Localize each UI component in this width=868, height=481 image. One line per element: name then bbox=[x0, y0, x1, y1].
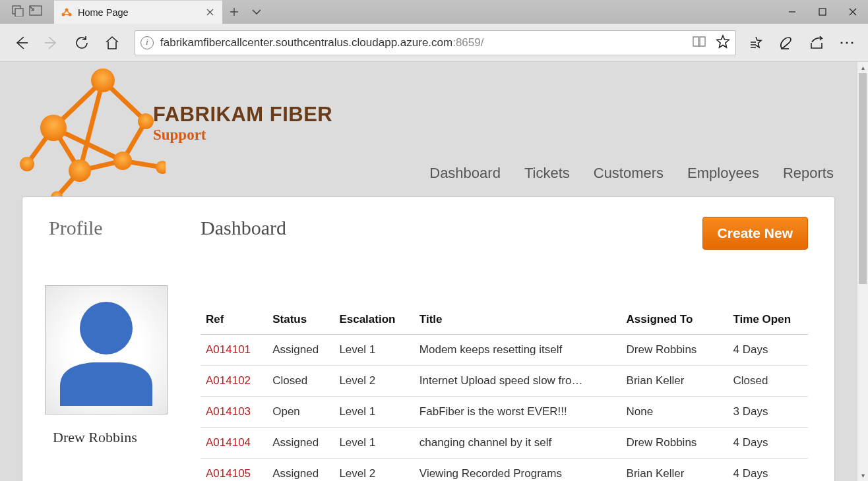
profile-avatar bbox=[45, 285, 168, 414]
ticket-status: Assigned bbox=[267, 428, 334, 459]
refresh-button[interactable] bbox=[67, 28, 96, 57]
address-bar[interactable]: i fabrikamfibercallcenter.southcentralus… bbox=[135, 30, 736, 55]
svg-point-8 bbox=[846, 42, 848, 43]
scroll-up-icon[interactable]: ▴ bbox=[857, 62, 868, 73]
svg-point-12 bbox=[138, 113, 154, 129]
settings-more-icon[interactable] bbox=[832, 28, 861, 57]
scroll-thumb[interactable] bbox=[859, 73, 867, 284]
ticket-ref-link[interactable]: A014101 bbox=[206, 343, 251, 356]
brand-title: FABRIKAM FIBER bbox=[153, 103, 332, 127]
vertical-scrollbar[interactable]: ▴ ▾ bbox=[857, 62, 868, 481]
ticket-assigned: None bbox=[621, 397, 728, 428]
table-row: A014105 Assigned Level 2 Viewing Recorde… bbox=[201, 459, 808, 482]
content-card: Profile Drew Robbins Dashboard Create Ne… bbox=[22, 196, 835, 481]
th-ref: Ref bbox=[201, 306, 267, 335]
svg-rect-1 bbox=[15, 9, 23, 16]
window-close-button[interactable] bbox=[838, 0, 868, 24]
ticket-time: 4 Days bbox=[728, 335, 809, 366]
ticket-title: Internet Upload speed slow fro… bbox=[414, 366, 621, 397]
th-title: Title bbox=[414, 306, 621, 335]
share-icon[interactable] bbox=[802, 28, 831, 57]
ticket-title: FabFiber is the worst EVER!!! bbox=[414, 397, 621, 428]
ticket-status: Assigned bbox=[267, 459, 334, 482]
window-maximize-button[interactable] bbox=[807, 0, 838, 24]
th-escalation: Escalation bbox=[334, 306, 414, 335]
reading-view-icon[interactable] bbox=[692, 35, 706, 51]
ticket-ref-link[interactable]: A014103 bbox=[206, 405, 251, 418]
profile-heading: Profile bbox=[49, 217, 201, 239]
th-assigned: Assigned To bbox=[621, 306, 728, 335]
ticket-escalation: Level 2 bbox=[334, 459, 414, 482]
favorite-star-icon[interactable] bbox=[716, 34, 730, 51]
ticket-ref-link[interactable]: A014105 bbox=[206, 467, 251, 480]
ticket-time: 4 Days bbox=[728, 459, 809, 482]
set-aside-tabs-icon[interactable] bbox=[12, 5, 24, 19]
main-nav: Dashboard Tickets Customers Employees Re… bbox=[429, 165, 834, 182]
ticket-status: Open bbox=[267, 397, 334, 428]
ticket-status: Closed bbox=[267, 366, 334, 397]
svg-point-11 bbox=[40, 115, 67, 141]
ticket-assigned: Brian Keller bbox=[621, 459, 728, 482]
th-time: Time Open bbox=[728, 306, 809, 335]
tab-title: Home Page bbox=[78, 7, 199, 18]
svg-rect-6 bbox=[819, 9, 826, 15]
tab-preview-toggle-icon[interactable] bbox=[245, 0, 268, 24]
page-content: FABRIKAM FIBER Support Dashboard Tickets… bbox=[0, 62, 857, 481]
home-button[interactable] bbox=[98, 28, 127, 57]
tab-favicon-icon bbox=[61, 7, 73, 18]
ticket-status: Assigned bbox=[267, 335, 334, 366]
browser-tab-active[interactable]: Home Page bbox=[54, 0, 223, 24]
window-controls bbox=[777, 0, 868, 24]
back-button[interactable] bbox=[7, 28, 36, 57]
svg-point-13 bbox=[69, 159, 91, 182]
table-row: A014103 Open Level 1 FabFiber is the wor… bbox=[201, 397, 808, 428]
ticket-title: Viewing Recorded Programs bbox=[414, 459, 621, 482]
ticket-time: 4 Days bbox=[728, 428, 809, 459]
tickets-table: Ref Status Escalation Title Assigned To … bbox=[201, 306, 808, 481]
table-row: A014101 Assigned Level 1 Modem keeps res… bbox=[201, 335, 808, 366]
tab-close-icon[interactable] bbox=[204, 7, 216, 18]
ticket-time: 3 Days bbox=[728, 397, 809, 428]
new-tab-button[interactable] bbox=[223, 0, 245, 24]
svg-point-15 bbox=[20, 157, 34, 171]
site-info-icon[interactable]: i bbox=[140, 36, 154, 49]
scroll-track[interactable] bbox=[857, 73, 868, 470]
window-minimize-button[interactable] bbox=[777, 0, 807, 24]
scroll-down-icon[interactable]: ▾ bbox=[857, 470, 868, 481]
table-row: A014102 Closed Level 2 Internet Upload s… bbox=[201, 366, 808, 397]
dashboard-heading: Dashboard bbox=[201, 217, 286, 239]
ticket-time: Closed bbox=[728, 366, 809, 397]
ticket-escalation: Level 1 bbox=[334, 428, 414, 459]
tab-actions-left bbox=[0, 0, 54, 24]
ticket-escalation: Level 1 bbox=[334, 335, 414, 366]
page-viewport: FABRIKAM FIBER Support Dashboard Tickets… bbox=[0, 62, 868, 481]
ticket-ref-link[interactable]: A014104 bbox=[206, 436, 251, 449]
forward-button[interactable] bbox=[37, 28, 66, 57]
svg-point-10 bbox=[91, 69, 115, 92]
ticket-escalation: Level 1 bbox=[334, 397, 414, 428]
profile-user-name: Drew Robbins bbox=[53, 429, 201, 446]
brand-logo-icon bbox=[4, 62, 175, 200]
ticket-assigned: Drew Robbins bbox=[621, 428, 728, 459]
page-header: FABRIKAM FIBER Support Dashboard Tickets… bbox=[0, 62, 857, 199]
browser-titlebar: Home Page bbox=[0, 0, 868, 24]
browser-toolbar: i fabrikamfibercallcenter.southcentralus… bbox=[0, 24, 868, 62]
ticket-ref-link[interactable]: A014102 bbox=[206, 374, 251, 387]
nav-tickets[interactable]: Tickets bbox=[524, 165, 570, 182]
notes-icon[interactable] bbox=[772, 28, 801, 57]
nav-customers[interactable]: Customers bbox=[594, 165, 664, 182]
nav-reports[interactable]: Reports bbox=[783, 165, 834, 182]
nav-dashboard[interactable]: Dashboard bbox=[429, 165, 501, 182]
table-header-row: Ref Status Escalation Title Assigned To … bbox=[201, 306, 808, 335]
svg-point-14 bbox=[113, 152, 132, 170]
url-text: fabrikamfibercallcenter.southcentralus.c… bbox=[160, 36, 685, 49]
show-tabs-icon[interactable] bbox=[29, 5, 42, 18]
ticket-assigned: Drew Robbins bbox=[621, 335, 728, 366]
th-status: Status bbox=[267, 306, 334, 335]
create-new-button[interactable]: Create New bbox=[702, 217, 808, 250]
brand-text: FABRIKAM FIBER Support bbox=[153, 103, 332, 144]
svg-point-18 bbox=[80, 302, 133, 354]
favorites-hub-icon[interactable] bbox=[741, 28, 770, 57]
nav-employees[interactable]: Employees bbox=[687, 165, 759, 182]
svg-point-9 bbox=[851, 42, 853, 43]
